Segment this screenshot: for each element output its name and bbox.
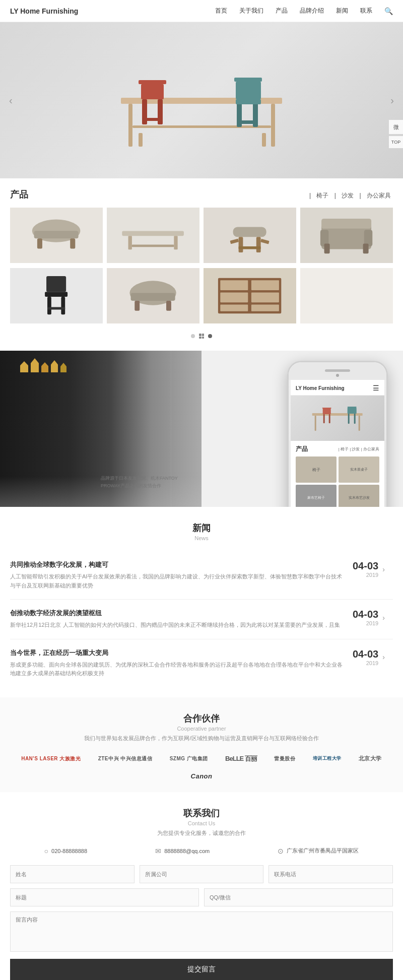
phone-cell-0[interactable]: 椅子 (296, 456, 337, 483)
news-date-day-0: 04-03 (353, 560, 378, 572)
contact-subtitle: Contact Us (10, 820, 393, 826)
nav-about[interactable]: 关于我们 (239, 7, 263, 15)
contact-title-input[interactable] (10, 888, 199, 906)
svg-rect-62 (348, 414, 350, 424)
news-title-0[interactable]: 共同推动全球数字化发展，构建可 (10, 560, 343, 569)
product-item-6[interactable] (204, 268, 296, 323)
contact-submit-button[interactable]: 提交留言 (10, 959, 393, 980)
contact-qq-input[interactable] (204, 888, 393, 906)
nav-contact[interactable]: 联系 (360, 7, 372, 15)
phone-cell-1[interactable]: 实木茶桌子 (339, 456, 379, 483)
partners-desc: 我们与世界知名发展品牌合作，作为互联网/区域性购物与运营及直销网平台与互联网络经… (10, 735, 393, 742)
location-icon: ⊙ (278, 847, 284, 855)
nav-news[interactable]: 新闻 (336, 7, 348, 15)
news-header: 新闻 News (10, 522, 393, 541)
contact-phone-item: ○ 020-88888888 (44, 847, 87, 855)
news-date-2: 04-03 2019 (353, 648, 378, 666)
svg-rect-20 (71, 238, 76, 248)
svg-rect-21 (122, 231, 184, 236)
contact-form-row2 (10, 888, 393, 906)
svg-rect-57 (323, 409, 331, 414)
product-item-3[interactable] (300, 208, 393, 263)
product-item-4[interactable] (10, 268, 103, 323)
partner-belle[interactable]: BeLLE 百丽 (221, 752, 261, 765)
svg-rect-18 (34, 231, 79, 238)
pagination-dot-1[interactable] (191, 334, 195, 338)
news-desc-1: 新华社12月12日北京 人工智能的如何大的代码接口、围内赠品中国的未来正不断继续… (10, 621, 343, 630)
news-date-year-2: 2019 (353, 660, 378, 666)
contact-phone-input[interactable] (268, 865, 393, 883)
filter-chairs[interactable]: 椅子 (316, 192, 328, 199)
weibo-icon[interactable]: 微 (389, 120, 403, 134)
hero-next-button[interactable]: › (386, 91, 398, 110)
phone-cell-3[interactable]: 实木布艺沙发 (339, 485, 379, 507)
partner-szmg[interactable]: SZMG 广电集团 (166, 753, 212, 764)
filter-office[interactable]: 办公家具 (367, 192, 391, 199)
phone-menu-icon[interactable]: ☰ (373, 384, 379, 392)
news-date-1: 04-03 2019 (353, 609, 378, 626)
news-date-year-0: 2019 (353, 572, 378, 578)
svg-rect-22 (128, 236, 132, 249)
svg-rect-41 (47, 307, 65, 309)
filter-sofa[interactable]: 沙发 (342, 192, 354, 199)
pagination-dot-3[interactable] (208, 334, 212, 338)
partners-logos: HAN'S LASER 大族激光 ZTE中兴 中兴信息通信 SZMG 广电集团 … (10, 752, 393, 782)
svg-rect-56 (322, 408, 331, 409)
svg-rect-35 (363, 244, 369, 254)
search-icon[interactable]: 🔍 (384, 7, 393, 15)
partner-zte[interactable]: ZTE中兴 中兴信息通信 (94, 753, 157, 764)
pagination-grid-2[interactable] (199, 334, 204, 339)
product-item-5[interactable] (107, 268, 199, 323)
svg-rect-49 (221, 292, 248, 302)
product-grid-row2 (10, 268, 393, 323)
news-content-0: 共同推动全球数字化发展，构建可 人工智能帮助引发积极的关于AI平台发展效果的看法… (10, 560, 353, 590)
hero-social-panel: 微 TOP (389, 120, 403, 148)
partners-section: 合作伙伴 Cooperative partner 我们与世界知名发展品牌合作，作… (0, 697, 403, 792)
partner-leiman[interactable]: 雷曼股份 (270, 753, 299, 764)
svg-rect-16 (236, 99, 261, 104)
nav-products[interactable]: 产品 (276, 7, 288, 15)
news-arrow-2[interactable]: › (382, 653, 385, 661)
news-content-2: 当今世界，正在经历一场重大变局 形成更多功能、面向向全球各国的建筑历、为优厚的深… (10, 648, 353, 678)
contact-phone-number: 020-88888888 (51, 848, 87, 854)
svg-rect-45 (166, 301, 171, 311)
svg-rect-3 (139, 133, 143, 147)
contact-name-input[interactable] (10, 865, 135, 883)
svg-rect-19 (37, 238, 42, 248)
phone-cell-2[interactable]: 麻布艺椅子 (296, 485, 337, 507)
news-title-1[interactable]: 创推动数字经济发展的澳望枢纽 (10, 609, 343, 618)
news-title-2[interactable]: 当今世界，正在经历一场重大变局 (10, 648, 343, 658)
svg-rect-39 (47, 297, 51, 314)
svg-rect-6 (139, 80, 166, 84)
hero-prev-button[interactable]: ‹ (5, 91, 17, 110)
partner-hans-laser[interactable]: HAN'S LASER 大族激光 (17, 753, 85, 764)
contact-header: 联系我们 Contact Us (10, 807, 393, 826)
svg-rect-36 (322, 219, 372, 229)
product-item-2[interactable] (204, 208, 296, 263)
phone-filter: | 椅子 | 沙发 | 办公家具 (339, 446, 379, 452)
filter-sep: | (309, 192, 311, 199)
phone-camera (336, 374, 339, 377)
scroll-top-button[interactable]: TOP (389, 136, 403, 148)
nav-brand[interactable]: 品牌介绍 (300, 7, 324, 15)
partner-university[interactable]: 培训工程大学 (309, 753, 346, 764)
contact-company-input[interactable] (140, 865, 264, 883)
svg-rect-28 (239, 246, 261, 249)
nav-home[interactable]: 首页 (215, 7, 227, 15)
partner-canon[interactable]: Canon (187, 770, 217, 782)
news-arrow-0[interactable]: › (382, 565, 385, 573)
contact-form-row1 (10, 865, 393, 883)
news-item-2: 当今世界，正在经历一场重大变局 形成更多功能、面向向全球各国的建筑历、为优厚的深… (10, 639, 393, 687)
product-grid-row1 (10, 208, 393, 263)
news-arrow-1[interactable]: › (382, 614, 385, 622)
svg-rect-61 (348, 408, 357, 414)
news-date-day-1: 04-03 (353, 609, 378, 620)
svg-rect-30 (260, 239, 270, 244)
hero-furniture-svg (60, 52, 343, 163)
svg-rect-15 (237, 120, 258, 124)
partner-peking[interactable]: 北京大学 (355, 753, 386, 764)
product-item-1[interactable] (107, 208, 199, 263)
product-item-0[interactable] (10, 208, 103, 263)
svg-rect-23 (174, 236, 178, 249)
contact-message-input[interactable] (10, 911, 393, 952)
